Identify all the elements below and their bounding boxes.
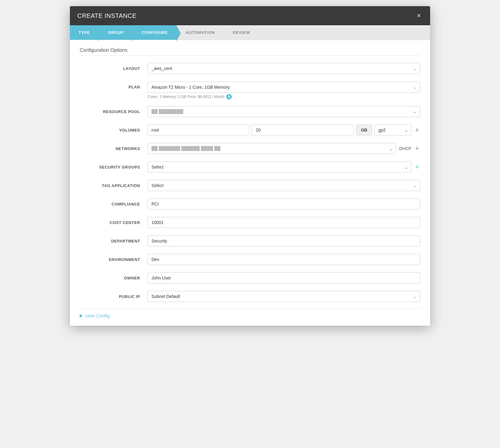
owner-label: OWNER [80,276,147,280]
tag-application-row: TAG APPLICATION Select ⌄ [80,179,420,192]
department-row: DEPARTMENT [80,234,420,247]
compliance-control [147,198,420,210]
environment-row: ENVIRONMENT [80,253,420,266]
plan-hint: Cores: 1 Memory: 1 GB Price: $8.4912 / M… [147,94,420,100]
wizard-tabs: TYPE GROUP CONFIGURE AUTOMATION REVIEW [70,25,430,40]
tab-review[interactable]: REVIEW [224,25,259,40]
plan-select-area: Amazon T2 Micro - 1 Core, 1GB Memory ⌄ C… [147,82,420,100]
modal-body: Configuration Options LAYOUT _aws_cent ⌄… [70,40,430,326]
user-config-section: User Config [80,308,420,318]
user-config-expand-icon [80,314,83,318]
networks-add-button[interactable]: + [414,145,420,152]
volumes-row: VOLUMES GB gp2 ⌄ + [80,124,420,136]
volume-inputs: GB gp2 ⌄ [147,124,411,136]
environment-input[interactable] [147,254,420,265]
user-config-label: User Config [85,313,110,318]
volumes-control: GB gp2 ⌄ + [147,124,420,136]
public-ip-select[interactable]: Subnet Default [147,291,420,302]
tab-group[interactable]: GROUP [99,25,132,40]
compliance-input[interactable] [147,198,420,210]
modal-title: CREATE INSTANCE [77,12,136,19]
volumes-add-button[interactable]: + [414,127,420,133]
cost-center-control [147,217,420,228]
department-label: DEPARTMENT [80,239,147,243]
plan-price-badge: $ [226,94,232,100]
department-control [147,235,420,246]
public-ip-select-wrapper: Subnet Default ⌄ [147,291,420,302]
security-groups-add-button[interactable]: + [414,163,420,171]
cost-center-row: COST CENTER [80,216,420,229]
layout-select-wrapper: _aws_cent ⌄ [147,63,420,74]
compliance-row: COMPLIANCE [80,198,420,210]
dhcp-label: DHCP [399,146,411,151]
security-groups-chevron-icon: ⌄ [404,164,408,170]
volumes-label: VOLUMES [80,128,147,132]
tab-automation[interactable]: AUTOMATION [176,25,224,40]
networks-label: NETWORKS [80,146,147,151]
tab-configure[interactable]: CONFIGURE [132,25,176,40]
layout-label: LAYOUT [80,66,147,71]
public-ip-label: PUBLIC IP [80,294,147,299]
department-input[interactable] [147,235,420,246]
plan-row: PLAN Amazon T2 Micro - 1 Core, 1GB Memor… [80,80,420,100]
volume-unit-label: GB [356,124,372,136]
close-button[interactable]: × [415,12,423,20]
public-ip-control: Subnet Default ⌄ [147,291,420,302]
resource-pool-select-wrapper: ██ ████████ ⌄ [147,106,420,117]
owner-row: OWNER [80,271,420,284]
resource-pool-label: RESOURCE POOL [80,109,147,114]
networks-row: NETWORKS ██ ███████ ██████ ████ ██ ⌄ DHC… [80,142,420,155]
section-title: Configuration Options [80,47,420,56]
volume-size-input[interactable] [252,124,354,136]
volume-name-input[interactable] [147,124,249,136]
cost-center-label: COST CENTER [80,220,147,225]
tab-type[interactable]: TYPE [70,25,99,40]
layout-control: _aws_cent ⌄ [147,63,420,74]
security-groups-label: SECURITY GROUPS [80,165,147,169]
resource-pool-row: RESOURCE POOL ██ ████████ ⌄ [80,105,420,118]
compliance-label: COMPLIANCE [80,202,147,206]
network-chevron-icon: ⌄ [389,146,393,152]
networks-control: ██ ███████ ██████ ████ ██ ⌄ DHCP + [147,143,420,154]
cost-center-input[interactable] [147,217,420,228]
network-select-wrapper: ██ ███████ ██████ ████ ██ ⌄ [147,143,396,154]
tag-application-select[interactable]: Select [147,180,420,191]
layout-select[interactable]: _aws_cent [147,63,420,74]
network-select[interactable]: ██ ███████ ██████ ████ ██ [147,143,396,154]
tag-application-select-wrapper: Select ⌄ [147,180,420,191]
plan-select[interactable]: Amazon T2 Micro - 1 Core, 1GB Memory [147,82,420,93]
public-ip-row: PUBLIC IP Subnet Default ⌄ [80,290,420,303]
volume-type-wrapper: gp2 ⌄ [374,124,411,136]
resource-pool-select[interactable]: ██ ████████ [147,106,420,117]
resource-pool-control: ██ ████████ ⌄ [147,106,420,117]
modal-header: CREATE INSTANCE × [70,6,430,25]
security-groups-row: SECURITY GROUPS Select ⌄ + [80,161,420,173]
security-groups-control: Select ⌄ + [147,161,420,173]
network-inputs: ██ ███████ ██████ ████ ██ ⌄ DHCP [147,143,411,154]
owner-control [147,272,420,283]
tag-application-control: Select ⌄ [147,180,420,191]
volume-type-select[interactable]: gp2 [374,124,411,136]
plan-label: PLAN [80,82,147,89]
security-groups-select[interactable]: Select [147,161,411,173]
environment-control [147,254,420,265]
owner-input[interactable] [147,272,420,283]
security-groups-select-wrapper: Select ⌄ [147,161,411,173]
create-instance-modal: CREATE INSTANCE × TYPE GROUP CONFIGURE A… [70,6,430,326]
plan-select-wrapper: Amazon T2 Micro - 1 Core, 1GB Memory ⌄ [147,82,420,93]
user-config-header[interactable]: User Config [80,313,420,318]
environment-label: ENVIRONMENT [80,257,147,262]
form-area: LAYOUT _aws_cent ⌄ PLAN [80,62,420,303]
plan-control: Amazon T2 Micro - 1 Core, 1GB Memory ⌄ C… [147,82,420,100]
tag-application-label: TAG APPLICATION [80,183,147,188]
layout-row: LAYOUT _aws_cent ⌄ [80,62,420,75]
